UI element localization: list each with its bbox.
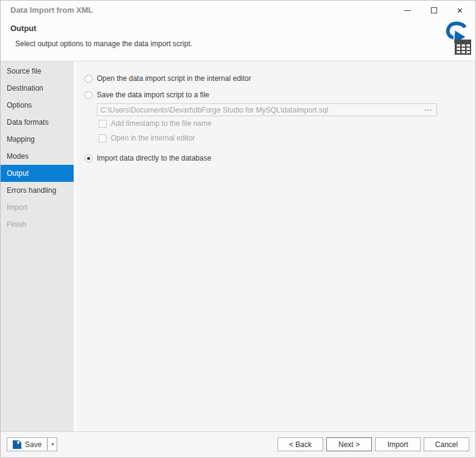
- save-dropdown-button[interactable]: ▼: [47, 437, 57, 451]
- save-split-button: Save ▼: [7, 437, 57, 451]
- save-button-label: Save: [25, 440, 41, 449]
- checkbox-row-timestamp: Add timestamp to the file name: [99, 119, 211, 128]
- cancel-button[interactable]: Cancel: [424, 437, 469, 451]
- file-path-input[interactable]: [97, 104, 436, 116]
- radio-row-open-editor: Open the data import script in the inter…: [85, 74, 251, 83]
- checkbox-add-timestamp[interactable]: [99, 120, 107, 128]
- back-button[interactable]: < Back: [278, 437, 323, 451]
- window-title: Data Import from XML: [10, 5, 93, 15]
- sidebar-item-modes[interactable]: Modes: [1, 148, 74, 165]
- radio-open-script-label[interactable]: Open the data import script in the inter…: [97, 74, 251, 83]
- floppy-disk-icon: [13, 440, 21, 449]
- radio-import-directly-label[interactable]: Import data directly to the database: [97, 154, 211, 162]
- radio-row-save-file: Save the data import script to a file: [85, 91, 209, 99]
- output-options-panel: Open the data import script in the inter…: [77, 61, 475, 431]
- radio-save-script-to-file[interactable]: [85, 91, 93, 99]
- sidebar-item-data-formats[interactable]: Data formats: [1, 114, 74, 131]
- radio-open-script-internal-editor[interactable]: [85, 75, 93, 83]
- browse-ellipsis-button[interactable]: ...: [422, 106, 435, 114]
- data-import-wizard-dialog: Data Import from XML ✕ Output Select out…: [0, 0, 476, 458]
- maximize-button[interactable]: [421, 1, 447, 20]
- radio-row-import-direct: Import data directly to the database: [85, 154, 211, 162]
- checkbox-add-timestamp-label[interactable]: Add timestamp to the file name: [111, 119, 211, 128]
- sidebar-item-mapping[interactable]: Mapping: [1, 131, 74, 148]
- close-icon: ✕: [457, 7, 463, 15]
- close-button[interactable]: ✕: [447, 1, 473, 20]
- data-import-table-icon: [441, 21, 471, 57]
- checkbox-open-internal-editor-label[interactable]: Open in the internal editor: [111, 134, 195, 142]
- steps-sidebar: Source file Destination Options Data for…: [1, 61, 74, 431]
- sidebar-item-source-file[interactable]: Source file: [1, 63, 74, 80]
- wizard-nav-buttons: < Back Next > Import Cancel: [278, 437, 469, 451]
- maximize-icon: [431, 7, 437, 13]
- radio-save-script-label[interactable]: Save the data import script to a file: [97, 91, 209, 99]
- sidebar-item-options[interactable]: Options: [1, 97, 74, 114]
- sidebar-item-output[interactable]: Output: [1, 165, 74, 182]
- wizard-body: Source file Destination Options Data for…: [1, 61, 475, 431]
- checkbox-row-open-editor: Open in the internal editor: [99, 134, 195, 142]
- next-button[interactable]: Next >: [326, 437, 372, 451]
- footer-bar: Save ▼ < Back Next > Import Cancel: [1, 431, 475, 457]
- window-controls: ✕: [394, 1, 473, 20]
- sidebar-item-destination[interactable]: Destination: [1, 80, 74, 97]
- checkbox-open-internal-editor[interactable]: [99, 134, 107, 142]
- save-button[interactable]: Save: [7, 437, 47, 451]
- import-button[interactable]: Import: [375, 437, 421, 451]
- sidebar-item-finish: Finish: [1, 216, 74, 233]
- minimize-button[interactable]: [394, 1, 421, 20]
- chevron-down-icon: ▼: [51, 442, 55, 446]
- wizard-header: Output Select output options to manage t…: [1, 20, 475, 61]
- file-path-field-wrap: ...: [97, 103, 437, 116]
- radio-import-directly[interactable]: [85, 154, 93, 162]
- page-subtitle: Select output options to manage the data…: [15, 40, 192, 48]
- minimize-icon: [404, 10, 411, 11]
- titlebar: Data Import from XML ✕: [1, 1, 475, 20]
- sidebar-item-import: Import: [1, 199, 74, 216]
- page-title: Output: [10, 24, 37, 33]
- sidebar-item-errors-handling[interactable]: Errors handling: [1, 182, 74, 199]
